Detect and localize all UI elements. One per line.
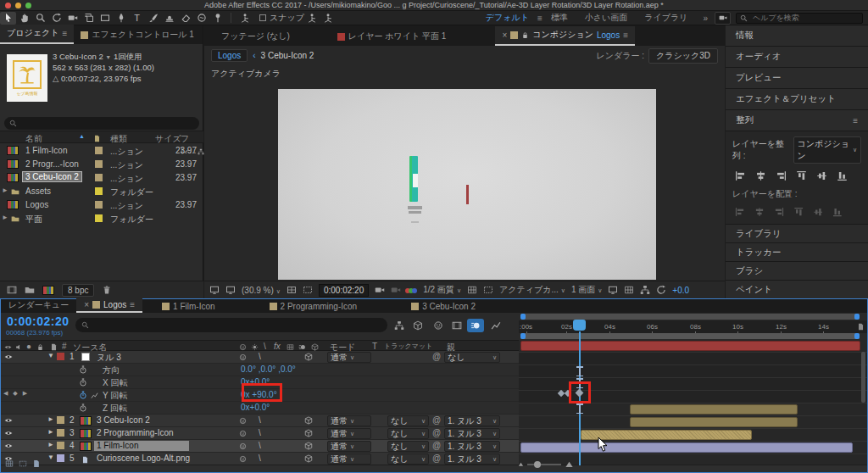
project-row[interactable]: 2 Progr...-Icon ...ション 23.97: [0, 158, 203, 171]
label-swatch[interactable]: [95, 201, 103, 209]
transparency-grid-icon[interactable]: [483, 285, 493, 295]
panel-menu-icon[interactable]: ≡: [62, 29, 67, 38]
align-top-icon[interactable]: [796, 170, 807, 182]
tab-composition[interactable]: × コンポジション Logos ≡: [495, 26, 635, 46]
panel-menu-icon[interactable]: ≡: [130, 300, 135, 309]
label-swatch[interactable]: [57, 353, 64, 360]
puppet-pin-tool-icon[interactable]: [209, 12, 225, 25]
align-left-icon[interactable]: [734, 170, 747, 181]
eye-icon[interactable]: [4, 352, 13, 361]
tab-footage[interactable]: フッテージ (なし): [214, 28, 297, 46]
col-name[interactable]: 名前: [25, 133, 42, 145]
rotating-3d-layer[interactable]: [409, 156, 418, 202]
magnification-dropdown[interactable]: (30.9 %)∨: [242, 286, 281, 295]
pickwhip-icon[interactable]: @: [432, 352, 441, 361]
new-composition-icon[interactable]: [42, 286, 54, 295]
trash-icon[interactable]: [102, 285, 112, 295]
view-layout-dropdown[interactable]: 1 画面∨: [571, 284, 602, 296]
property-row-orientation[interactable]: 方向 0.0° ,0.0° ,0.0°: [1, 364, 519, 376]
expand-arrow-icon[interactable]: ►: [2, 214, 8, 221]
close-tab-icon[interactable]: ×: [502, 31, 507, 40]
zoom-out-mountain-icon[interactable]: [518, 461, 524, 467]
motion-blur-icon[interactable]: [467, 319, 484, 332]
sync-settings-icon[interactable]: [715, 12, 731, 25]
blend-mode-dropdown[interactable]: 通常∨: [327, 352, 371, 363]
scrollbar-left-cap[interactable]: [520, 314, 526, 320]
eraser-tool-icon[interactable]: [177, 12, 193, 25]
label-swatch[interactable]: [57, 454, 64, 462]
panel-brushes[interactable]: ブラシ: [726, 262, 868, 281]
track-matte-dropdown[interactable]: なし∨: [387, 454, 429, 465]
more-workspaces-icon[interactable]: »: [703, 14, 708, 23]
draft-3d-icon[interactable]: [409, 319, 426, 332]
blend-mode-dropdown[interactable]: 通常∨: [327, 441, 371, 452]
panel-tracker[interactable]: トラッカー: [726, 243, 868, 262]
bit-depth-button[interactable]: 8 bpc: [62, 284, 94, 297]
clone-stamp-tool-icon[interactable]: [161, 12, 177, 25]
work-area-bar[interactable]: [520, 333, 860, 339]
breadcrumb-comp[interactable]: Logos: [211, 49, 248, 62]
new-folder-icon[interactable]: [25, 285, 35, 295]
project-row[interactable]: Logos ...ション 23.97: [0, 198, 203, 212]
parent-dropdown[interactable]: 1. ヌル 3∨: [444, 428, 500, 439]
timeline-search-input[interactable]: [92, 320, 364, 331]
collapse-layer-icon[interactable]: ▼: [47, 454, 54, 461]
selection-tool-icon[interactable]: [0, 12, 16, 25]
hide-shy-layers-icon[interactable]: [430, 319, 447, 332]
always-preview-icon[interactable]: [209, 285, 220, 295]
graph-editor-icon[interactable]: [487, 319, 504, 332]
label-swatch[interactable]: [95, 147, 103, 154]
parent-dropdown[interactable]: 1. ヌル 3∨: [444, 415, 500, 426]
layer-row-selected[interactable]: ► 4 1 Film-Icon \ 通常∨ なし∨ @ 1. ヌル 3∨: [1, 440, 519, 453]
panel-align[interactable]: 整列 ≡: [726, 110, 868, 131]
tab-render-queue[interactable]: レンダーキュー: [1, 298, 76, 313]
3d-layer-switch[interactable]: [304, 441, 313, 450]
label-swatch[interactable]: [57, 416, 64, 424]
workspace-standard[interactable]: 標準: [551, 12, 568, 24]
tab-layer[interactable]: レイヤー ホワイト 平面 1: [331, 28, 453, 46]
panel-menu-icon[interactable]: ≡: [623, 31, 628, 40]
breadcrumb-item[interactable]: 3 Cebu-Icon 2: [261, 51, 314, 60]
layer-row[interactable]: ▼ 5 Curioscene Logo-Alt.png \ 通常∨ なし∨ @ …: [1, 453, 519, 465]
expand-layer-icon[interactable]: ►: [47, 415, 54, 423]
project-search[interactable]: [4, 117, 199, 130]
stopwatch-icon[interactable]: [79, 377, 87, 387]
project-row-selected[interactable]: 3 Cebu-Icon 2 ...ション 23.97: [0, 171, 203, 185]
zoom-slider-track[interactable]: [527, 464, 561, 465]
viewer-timecode[interactable]: 0:00:02:20: [319, 284, 369, 297]
layer-row-null[interactable]: ▼ 1 ヌル 3 \ 通常∨ @ なし∨: [1, 351, 519, 364]
timeline-vertical-scrollbar[interactable]: [861, 352, 865, 403]
label-swatch[interactable]: [95, 214, 103, 222]
align-hcenter-icon[interactable]: [754, 170, 767, 181]
graph-toggle-icon[interactable]: [91, 390, 98, 399]
label-swatch[interactable]: [57, 429, 64, 437]
zoom-slider-knob[interactable]: [534, 461, 541, 468]
panel-effects-presets[interactable]: エフェクト＆プリセット: [726, 89, 868, 110]
shy-switch[interactable]: [239, 352, 247, 361]
3d-layer-switch[interactable]: [304, 428, 313, 437]
panel-menu-icon[interactable]: ≡: [853, 116, 858, 125]
playhead-handle[interactable]: [573, 320, 586, 331]
project-search-input[interactable]: [20, 119, 181, 129]
parent-dropdown[interactable]: 1. ヌル 3∨: [444, 454, 500, 465]
align-right-icon[interactable]: [775, 170, 787, 181]
lock-icon[interactable]: [521, 31, 529, 39]
help-search[interactable]: [736, 13, 863, 24]
track-matte-dropdown[interactable]: なし∨: [387, 441, 429, 452]
quality-switch[interactable]: \: [259, 352, 261, 361]
project-row[interactable]: 1 Film-Icon ...ション 23.97: [0, 144, 203, 158]
timeline-zoom-scrollbar[interactable]: [520, 314, 860, 320]
renderer-button[interactable]: クラシック3D: [648, 48, 718, 64]
t-column[interactable]: T: [372, 342, 377, 351]
workspace-library[interactable]: ライブラリ: [644, 12, 687, 24]
pickwhip-icon[interactable]: @: [432, 454, 441, 463]
workspace-default[interactable]: デフォルト: [486, 12, 529, 24]
tab-project[interactable]: プロジェクト ≡: [0, 25, 74, 44]
sort-ascending-icon[interactable]: ▲: [79, 133, 85, 139]
timeline-zoom-slider[interactable]: [518, 459, 574, 469]
stopwatch-icon[interactable]: [79, 364, 87, 374]
shy-switch[interactable]: [239, 415, 247, 425]
work-area-start-handle[interactable]: [520, 333, 526, 339]
pen-tool-icon[interactable]: [113, 12, 129, 25]
stopwatch-icon-active[interactable]: [79, 390, 87, 399]
